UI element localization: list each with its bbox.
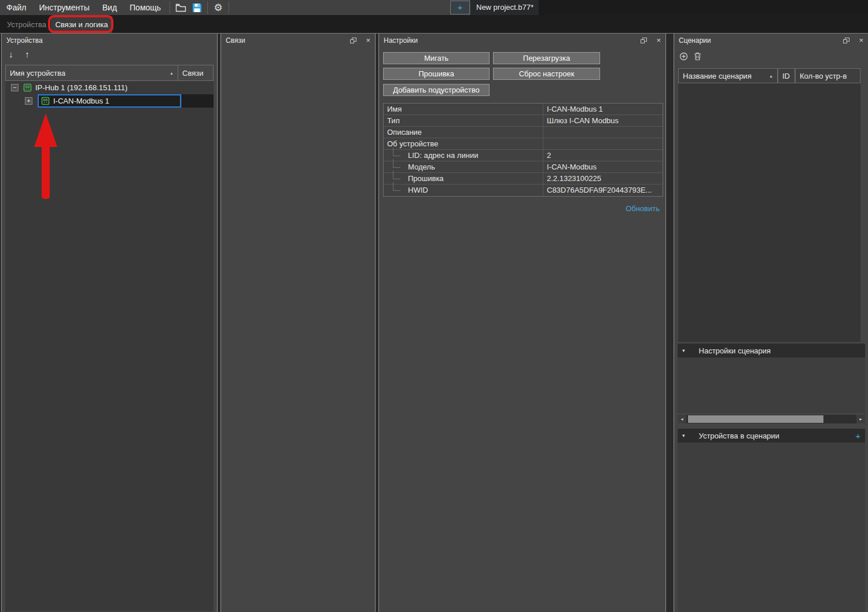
scenarios-toolbar xyxy=(679,52,701,61)
menu-help[interactable]: Помощь xyxy=(123,0,167,15)
tab-links-logic[interactable]: Связи и логика xyxy=(51,16,112,33)
column-header-device-name-label: Имя устройства xyxy=(10,69,65,78)
property-value[interactable]: Шлюз I-CAN Modbus xyxy=(543,115,663,126)
document-tab-strip: Устройства Связи и логика xyxy=(0,15,868,33)
devices-table-header: Имя устройства ▲ Связи xyxy=(5,65,214,81)
property-value[interactable]: I-CAN-Modbus 1 xyxy=(543,104,663,115)
arrow-down-icon: ↓ xyxy=(9,49,13,59)
settings-gear-button[interactable]: ⚙ xyxy=(210,1,226,14)
tree-row-ican-modbus[interactable]: + I-CAN-Modbus 1 xyxy=(5,94,214,108)
devices-toolbar: ↓ ↑ xyxy=(5,49,33,60)
collapse-toggle-icon[interactable]: − xyxy=(11,84,19,91)
devices-panel-title: Устройства xyxy=(6,36,43,45)
close-panel-icon[interactable]: × xyxy=(656,37,661,44)
property-row-type[interactable]: Тип Шлюз I-CAN Modbus xyxy=(384,115,663,127)
close-panel-icon[interactable]: × xyxy=(366,37,370,44)
property-value[interactable] xyxy=(543,127,663,138)
devices-tree: − IP-Hub 1 (192.168.151.111) + I-CAN-Mod… xyxy=(5,81,214,611)
selected-device-row[interactable]: I-CAN-Modbus 1 xyxy=(38,94,181,108)
move-up-button[interactable]: ↑ xyxy=(21,49,33,60)
scrollbar-track[interactable] xyxy=(686,415,856,423)
property-value xyxy=(543,138,663,149)
firmware-button[interactable]: Прошивка xyxy=(383,68,490,80)
devices-panel: Устройства ↓ ↑ Имя устройства ▲ Связи − xyxy=(1,34,218,612)
gear-icon: ⚙ xyxy=(214,2,223,14)
reset-settings-button[interactable]: Сброс настроек xyxy=(493,68,600,80)
property-row-model[interactable]: Модель I-CAN-Modbus xyxy=(384,161,663,173)
menu-tools[interactable]: Инструменты xyxy=(32,0,95,15)
blink-button[interactable]: Мигать xyxy=(383,52,490,64)
property-label: Об устройстве xyxy=(384,138,543,149)
column-header-scenario-id[interactable]: ID xyxy=(778,68,795,83)
settings-panel: Настройки × Мигать Перезагрузка Прошивка… xyxy=(378,34,666,612)
device-icon xyxy=(41,97,50,105)
links-panel: Связи × xyxy=(220,34,376,612)
circle-plus-icon xyxy=(679,52,688,61)
arrow-up-icon: ↑ xyxy=(25,49,30,59)
property-label: Тип xyxy=(384,115,543,126)
scroll-right-icon[interactable]: ▸ xyxy=(856,415,865,423)
settings-panel-header: Настройки × xyxy=(379,34,665,47)
property-label: Прошивка xyxy=(384,173,543,184)
horizontal-scrollbar[interactable]: ◂ ▸ xyxy=(678,415,865,423)
reboot-button[interactable]: Перезагрузка xyxy=(493,52,600,64)
property-row-name[interactable]: Имя I-CAN-Modbus 1 xyxy=(384,104,663,115)
save-button[interactable] xyxy=(189,1,205,14)
close-panel-icon[interactable]: × xyxy=(859,37,863,44)
application-window: Файл Инструменты Вид Помощь ⚙ + xyxy=(0,0,868,612)
property-row-hwid[interactable]: HWID C83D76A5DFA9F20443793E... xyxy=(384,185,663,196)
tree-row-ican-modbus-label: I-CAN-Modbus 1 xyxy=(53,97,109,105)
expand-toggle-icon[interactable]: + xyxy=(25,97,32,105)
tab-strip-background xyxy=(538,0,868,15)
toolbar-separator xyxy=(229,1,229,14)
tree-row-iphub[interactable]: − IP-Hub 1 (192.168.151.111) xyxy=(5,81,214,94)
update-link[interactable]: Обновить xyxy=(626,204,660,213)
column-header-links[interactable]: Связи xyxy=(178,65,214,81)
section-scenario-settings-label: Настройки сценария xyxy=(699,346,771,355)
scroll-left-icon[interactable]: ◂ xyxy=(678,415,686,423)
property-value[interactable]: 2 xyxy=(543,150,663,161)
section-scenario-settings[interactable]: ▾ Настройки сценария xyxy=(678,344,865,357)
folder-icon xyxy=(175,3,186,12)
float-panel-icon[interactable] xyxy=(350,38,356,43)
links-panel-header: Связи × xyxy=(221,34,375,47)
property-row-description[interactable]: Описание xyxy=(384,127,663,138)
column-header-scenario-id-label: ID xyxy=(782,72,790,80)
project-tab[interactable]: New project.b77* xyxy=(470,0,539,15)
property-row-firmware[interactable]: Прошивка 2.2.1323100225 xyxy=(384,173,663,185)
column-header-scenario-name-label: Название сценария xyxy=(683,72,752,80)
property-label: LID: адрес на линии xyxy=(384,150,543,161)
scrollbar-thumb[interactable] xyxy=(688,415,823,423)
scenario-settings-content xyxy=(678,357,865,413)
save-floppy-icon xyxy=(192,3,202,13)
delete-scenario-button[interactable] xyxy=(694,52,701,61)
menu-bar: Файл Инструменты Вид Помощь ⚙ + xyxy=(0,0,868,15)
add-subdevice-button[interactable]: Добавить подустройство xyxy=(383,84,490,96)
column-header-scenario-name[interactable]: Название сценария ▲ xyxy=(678,68,778,83)
sort-ascending-icon: ▲ xyxy=(170,71,174,75)
property-row-lid[interactable]: LID: адрес на линии 2 xyxy=(384,150,663,161)
open-folder-button[interactable] xyxy=(172,1,189,14)
scenarios-list-empty[interactable] xyxy=(678,83,860,342)
toolbar-separator xyxy=(207,1,208,14)
property-row-about[interactable]: Об устройстве xyxy=(384,138,663,150)
trash-icon xyxy=(694,52,701,61)
add-device-to-scenario-button[interactable]: + xyxy=(855,432,860,440)
add-scenario-button[interactable] xyxy=(679,52,688,61)
float-panel-icon[interactable] xyxy=(843,38,849,43)
tab-devices[interactable]: Устройства xyxy=(3,16,50,33)
section-scenario-devices[interactable]: ▾ Устройства в сценарии + xyxy=(678,429,865,443)
column-header-device-name[interactable]: Имя устройства ▲ xyxy=(5,65,178,81)
property-label: Модель xyxy=(384,161,543,172)
devices-panel-header: Устройства xyxy=(2,34,217,47)
float-panel-icon[interactable] xyxy=(641,38,647,43)
new-project-tab-button[interactable]: + xyxy=(450,1,470,14)
column-header-device-count[interactable]: Кол-во устр-в xyxy=(795,68,860,83)
menu-file[interactable]: Файл xyxy=(0,0,32,15)
tree-row-iphub-label: IP-Hub 1 (192.168.151.111) xyxy=(35,83,127,92)
links-panel-title: Связи xyxy=(226,36,245,45)
scenarios-panel: Сценарии × xyxy=(674,34,868,612)
move-down-button[interactable]: ↓ xyxy=(5,49,17,60)
menu-view[interactable]: Вид xyxy=(96,0,123,15)
sort-ascending-icon: ▲ xyxy=(769,74,773,78)
